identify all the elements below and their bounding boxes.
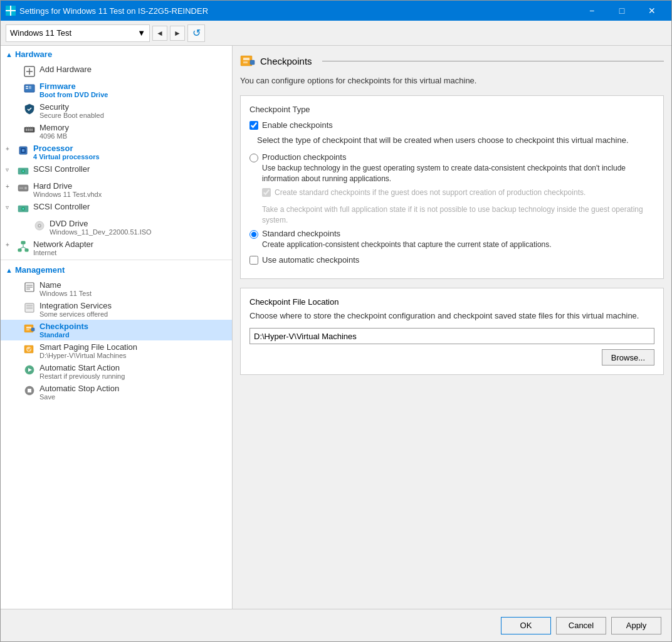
sidebar-item-hard-drive[interactable]: + Hard Drive Windows 11 Test.vhdx: [1, 179, 232, 200]
panel-header-icon: [240, 53, 255, 68]
management-collapse-icon: ▲: [6, 266, 13, 274]
hardware-section-header[interactable]: ▲ Hardware: [1, 46, 232, 63]
smart-paging-sub: D:\Hyper-V\Virtual Machines: [39, 352, 137, 359]
sidebar-item-name[interactable]: Name Windows 11 Test: [1, 278, 232, 299]
sidebar-item-dvd[interactable]: DVD Drive Windows_11_Dev_22000.51.ISO: [1, 217, 232, 238]
svg-rect-10: [29, 86, 31, 89]
panel-header: Checkpoints: [240, 53, 664, 68]
production-label[interactable]: Production checkpoints: [262, 152, 654, 162]
standard-radio[interactable]: [249, 230, 258, 239]
use-automatic-label[interactable]: Use automatic checkpoints: [262, 255, 359, 265]
sidebar-item-network[interactable]: + Network Adapter Internet: [1, 238, 232, 258]
sidebar-item-firmware[interactable]: Firmware Boot from DVD Drive: [1, 80, 232, 100]
name-sub: Windows 11 Test: [39, 290, 92, 297]
standard-desc: Create application-consistent checkpoint…: [262, 239, 552, 250]
svg-line-40: [23, 247, 27, 249]
window-title: Settings for Windows 11 Test on IS-Z2G5-…: [19, 6, 208, 16]
svg-rect-3: [11, 11, 16, 16]
svg-rect-15: [31, 129, 33, 131]
title-bar: Settings for Windows 11 Test on IS-Z2G5-…: [1, 1, 671, 21]
standard-radio-row: Standard checkpoints Create application-…: [249, 229, 654, 250]
enable-checkpoints-checkbox[interactable]: [249, 121, 258, 130]
hard-drive-label: Hard Drive: [33, 181, 102, 191]
production-desc: Use backup technology in the guest opera…: [262, 163, 654, 184]
panel-divider: [322, 61, 664, 61]
firmware-icon: [23, 82, 36, 95]
sidebar-item-integration[interactable]: Integration Services Some services offer…: [1, 299, 232, 320]
dvd-icon: [33, 219, 46, 232]
standard-label[interactable]: Standard checkpoints: [262, 229, 552, 238]
svg-rect-16: [26, 127, 27, 128]
svg-rect-13: [28, 129, 29, 131]
name-icon: [23, 281, 36, 293]
checkpoints-icon: [23, 322, 36, 335]
management-section-label: Management: [15, 265, 65, 275]
app-icon: [6, 6, 16, 16]
sidebar-item-smart-paging[interactable]: Smart Paging File Location D:\Hyper-V\Vi…: [1, 340, 232, 361]
forward-button[interactable]: ►: [170, 26, 185, 41]
integration-sub: Some services offered: [39, 310, 112, 318]
dvd-label: DVD Drive: [50, 219, 152, 228]
file-path-input[interactable]: [249, 328, 654, 344]
cancel-button[interactable]: Cancel: [556, 617, 606, 634]
production-radio-row: Production checkpoints Use backup techno…: [249, 152, 654, 184]
name-label: Name: [39, 280, 92, 290]
close-button[interactable]: ✕: [638, 1, 666, 21]
hard-drive-icon: [17, 182, 29, 194]
production-radio[interactable]: [249, 154, 258, 162]
svg-rect-59: [243, 58, 249, 60]
svg-rect-0: [6, 6, 10, 10]
management-section-header[interactable]: ▲ Management: [1, 261, 232, 278]
sidebar-item-processor[interactable]: + Processor 4 Virtual processors: [1, 142, 232, 162]
use-automatic-checkbox[interactable]: [249, 256, 258, 265]
minimize-button[interactable]: −: [577, 1, 606, 21]
checkpoints-sub: Standard: [39, 331, 88, 339]
sidebar-item-scsi1[interactable]: ▿ SCSI Controller: [1, 162, 232, 179]
svg-rect-50: [26, 329, 29, 330]
sidebar-item-security[interactable]: Security Secure Boot enabled: [1, 100, 232, 121]
processor-icon: [17, 144, 29, 157]
dvd-sub: Windows_11_Dev_22000.51.ISO: [50, 228, 152, 236]
hard-drive-expand-icon: +: [6, 183, 13, 190]
smart-paging-label: Smart Paging File Location: [39, 342, 137, 352]
auto-stop-icon: [23, 384, 36, 397]
maximize-button[interactable]: □: [607, 1, 636, 21]
ok-button[interactable]: OK: [501, 617, 551, 634]
refresh-button[interactable]: ↺: [187, 24, 205, 42]
create-standard-row: Create standard checkpoints if the guest…: [262, 188, 654, 201]
security-icon: [23, 103, 36, 115]
sidebar-item-add-hardware[interactable]: Add Hardware: [1, 63, 232, 80]
svg-rect-36: [18, 249, 21, 251]
auto-start-icon: [23, 364, 36, 376]
checkpoint-type-title: Checkpoint Type: [249, 105, 654, 114]
svg-rect-49: [26, 327, 31, 329]
file-location-section: Checkpoint File Location Choose where to…: [240, 288, 664, 375]
svg-point-31: [23, 208, 24, 210]
main-content: ▲ Hardware Add Hardware Firmware Boot fr…: [1, 46, 671, 609]
svg-rect-60: [243, 61, 248, 63]
svg-rect-37: [25, 249, 28, 251]
svg-rect-57: [28, 389, 31, 392]
processor-sub: 4 Virtual processors: [33, 153, 100, 160]
sidebar-item-scsi2[interactable]: ▿ SCSI Controller: [1, 200, 232, 217]
svg-rect-61: [250, 60, 255, 65]
scsi2-icon: [17, 203, 29, 215]
sidebar-item-auto-start[interactable]: Automatic Start Action Restart if previo…: [1, 361, 232, 382]
window-controls: − □ ✕: [577, 1, 666, 21]
enable-checkpoints-label[interactable]: Enable checkpoints: [262, 120, 333, 130]
scsi1-icon: [17, 165, 29, 177]
svg-rect-35: [21, 241, 25, 244]
network-label: Network Adapter: [33, 239, 93, 249]
sidebar-item-auto-stop[interactable]: Automatic Stop Action Save: [1, 382, 232, 403]
network-expand-icon: +: [6, 241, 13, 248]
apply-button[interactable]: Apply: [611, 617, 661, 634]
svg-rect-12: [26, 129, 27, 131]
vm-selector[interactable]: Windows 11 Test ▼: [6, 24, 150, 42]
processor-label: Processor: [33, 144, 100, 153]
sidebar-item-memory[interactable]: Memory 4096 MB: [1, 121, 232, 142]
sidebar-item-checkpoints[interactable]: Checkpoints Standard: [1, 320, 232, 340]
auto-start-label: Automatic Start Action: [39, 363, 125, 372]
browse-button[interactable]: Browse...: [602, 349, 654, 366]
svg-rect-22: [22, 149, 24, 152]
back-button[interactable]: ◄: [152, 26, 167, 41]
